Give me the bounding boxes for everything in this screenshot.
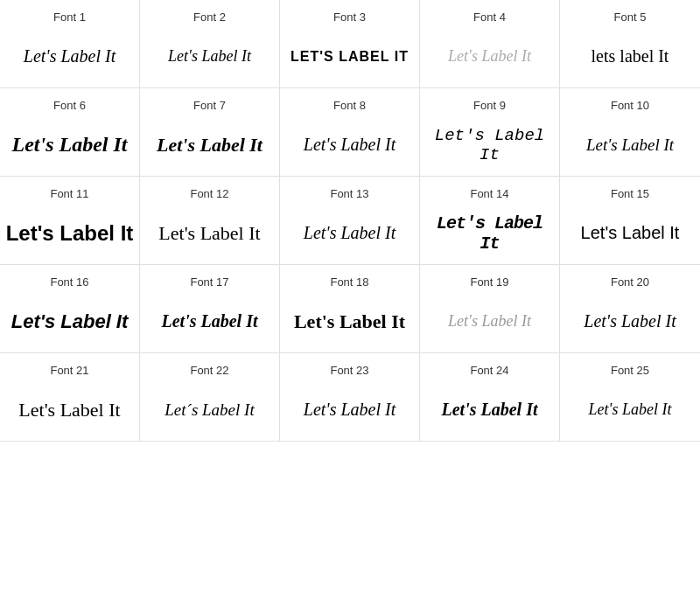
font-cell-13[interactable]: Font 13Let's Label It [280, 177, 420, 265]
font-label-18: Font 18 [330, 275, 368, 289]
font-preview-10: Let's Label It [586, 121, 674, 169]
font-preview-19: Let's Label It [448, 297, 531, 345]
font-preview-21: Let's Label It [18, 386, 120, 434]
font-preview-11: Let's Label It [6, 209, 134, 257]
font-cell-4[interactable]: Font 4Let's Label It [420, 0, 560, 88]
font-cell-7[interactable]: Font 7Let's Label It [140, 88, 280, 177]
font-label-3: Font 3 [333, 10, 366, 24]
font-label-20: Font 20 [611, 275, 649, 289]
font-label-21: Font 21 [50, 364, 88, 377]
font-label-7: Font 7 [193, 99, 226, 112]
font-preview-8: Let's Label It [304, 121, 396, 169]
font-cell-15[interactable]: Font 15Let's Label It [560, 177, 700, 265]
font-label-11: Font 11 [50, 187, 88, 200]
font-cell-21[interactable]: Font 21Let's Label It [0, 353, 140, 442]
font-cell-12[interactable]: Font 12Let's Label It [140, 177, 280, 265]
font-cell-17[interactable]: Font 17Let's Label It [140, 265, 280, 353]
font-preview-12: Let's Label It [158, 209, 260, 257]
font-label-12: Font 12 [190, 187, 228, 200]
font-label-16: Font 16 [50, 275, 88, 289]
font-cell-22[interactable]: Font 22Let´s Label It [140, 353, 280, 442]
font-preview-13: Let's Label It [304, 209, 396, 257]
font-label-25: Font 25 [611, 364, 649, 377]
font-label-15: Font 15 [611, 187, 649, 200]
font-cell-8[interactable]: Font 8Let's Label It [280, 88, 420, 177]
font-cell-11[interactable]: Font 11Let's Label It [0, 177, 140, 265]
font-label-22: Font 22 [190, 364, 228, 377]
font-preview-23: Let's Label It [304, 386, 396, 434]
font-preview-18: Let's Label It [294, 297, 405, 345]
font-label-23: Font 23 [330, 364, 368, 377]
font-cell-25[interactable]: Font 25Let's Label It [560, 353, 700, 442]
font-cell-19[interactable]: Font 19Let's Label It [420, 265, 560, 353]
font-label-1: Font 1 [53, 10, 86, 24]
font-label-9: Font 9 [473, 99, 506, 112]
font-label-4: Font 4 [473, 10, 506, 24]
font-label-14: Font 14 [470, 187, 508, 200]
font-preview-4: Let's Label It [448, 32, 531, 80]
font-preview-2: Let's Label It [168, 32, 251, 80]
font-label-8: Font 8 [333, 99, 366, 112]
font-cell-10[interactable]: Font 10Let's Label It [560, 88, 700, 177]
font-preview-14: Let's Label It [424, 209, 556, 257]
font-label-10: Font 10 [611, 99, 649, 112]
font-cell-9[interactable]: Font 9Let's Label It [420, 88, 560, 177]
font-preview-17: Let's Label It [162, 297, 258, 345]
font-preview-25: Let's Label It [589, 386, 672, 434]
font-label-17: Font 17 [190, 275, 228, 289]
font-cell-6[interactable]: Font 6Let's Label It [0, 88, 140, 177]
font-label-24: Font 24 [470, 364, 508, 377]
font-preview-24: Let's Label It [442, 386, 538, 434]
font-preview-20: Let's Label It [584, 297, 676, 345]
font-cell-14[interactable]: Font 14Let's Label It [420, 177, 560, 265]
font-cell-18[interactable]: Font 18Let's Label It [280, 265, 420, 353]
font-cell-20[interactable]: Font 20Let's Label It [560, 265, 700, 353]
font-preview-5: lets label It [592, 32, 669, 80]
font-preview-9: Let's Label It [424, 121, 556, 169]
font-cell-1[interactable]: Font 1Let's Label It [0, 0, 140, 88]
font-grid: Font 1Let's Label ItFont 2Let's Label It… [0, 0, 700, 442]
font-preview-1: Let's Label It [24, 32, 116, 80]
font-preview-7: Let's Label It [157, 121, 262, 169]
font-cell-5[interactable]: Font 5lets label It [560, 0, 700, 88]
font-preview-3: LET'S LABEL IT [290, 32, 409, 80]
font-preview-6: Let's Label It [12, 121, 128, 169]
font-label-13: Font 13 [330, 187, 368, 200]
font-preview-22: Let´s Label It [164, 386, 254, 434]
font-cell-24[interactable]: Font 24Let's Label It [420, 353, 560, 442]
font-cell-2[interactable]: Font 2Let's Label It [140, 0, 280, 88]
font-label-2: Font 2 [193, 10, 226, 24]
font-cell-3[interactable]: Font 3LET'S LABEL IT [280, 0, 420, 88]
font-label-6: Font 6 [53, 99, 86, 112]
font-cell-23[interactable]: Font 23Let's Label It [280, 353, 420, 442]
font-label-19: Font 19 [470, 275, 508, 289]
font-preview-15: Let's Label It [581, 209, 680, 257]
font-preview-16: Let's Label It [11, 297, 129, 345]
font-label-5: Font 5 [614, 10, 647, 24]
font-cell-16[interactable]: Font 16Let's Label It [0, 265, 140, 353]
